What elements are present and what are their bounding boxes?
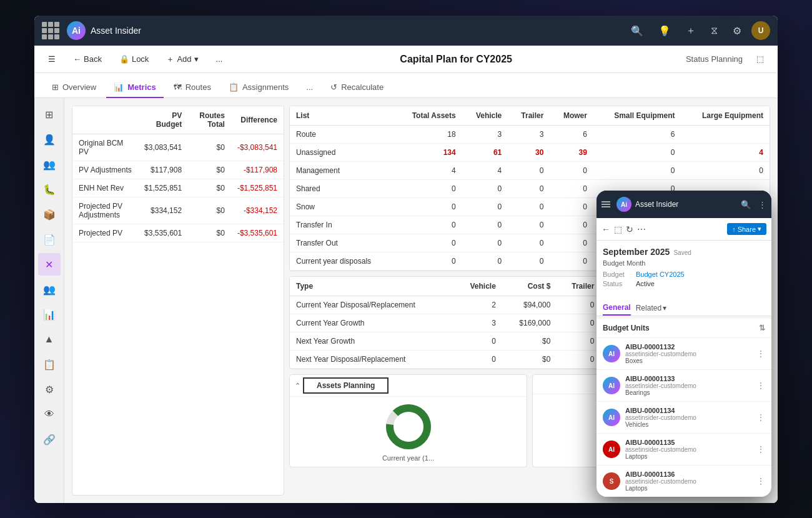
sidebar-icon-home[interactable]: ⊞ bbox=[38, 103, 61, 126]
sidebar-icon-gear[interactable]: ⚙ bbox=[38, 378, 61, 401]
item-avatar: AI bbox=[603, 345, 620, 362]
mobile-budget-units-header: Budget Units ⇅ bbox=[597, 319, 771, 338]
metrics-table: PV Budget Routes Total Difference Origin… bbox=[72, 106, 284, 496]
mobile-refresh-icon[interactable]: ↻ bbox=[626, 224, 633, 234]
sidebar-icon-chart[interactable]: 📊 bbox=[38, 303, 61, 326]
sidebar-icon-bug[interactable]: 🐛 bbox=[38, 178, 61, 201]
item-more-icon[interactable]: ⋮ bbox=[756, 349, 765, 359]
tab-metrics[interactable]: 📊 Metrics bbox=[106, 77, 164, 98]
table-row: Projected PV Adjustments $334,152 $0 -$3… bbox=[72, 197, 284, 224]
hamburger-menu[interactable]: ☰ bbox=[44, 52, 59, 66]
list-item[interactable]: S AIBU-00001136 assetinsider-customdemo … bbox=[597, 466, 771, 497]
row-routes: $0 bbox=[188, 224, 231, 242]
list-item[interactable]: AI AIBU-00001135 assetinsider-customdemo… bbox=[597, 434, 771, 466]
mobile-cmd-bar: ← ⬚ ↻ ⋯ ↑ Share ▾ bbox=[597, 218, 771, 241]
assets-planning-chart-content: Current year (1... bbox=[290, 397, 527, 467]
assets-col-mower: Mower bbox=[550, 106, 593, 126]
sidebar-icon-users[interactable]: 👥 bbox=[38, 153, 61, 176]
mobile-cmd-more-icon[interactable]: ⋯ bbox=[637, 224, 646, 234]
col-header-pv-budget: PV Budget bbox=[138, 106, 188, 134]
sidebar-icon-user[interactable]: 👤 bbox=[38, 128, 61, 151]
row-label: PV Adjustments bbox=[72, 161, 138, 179]
tab-more[interactable]: ... bbox=[299, 77, 320, 98]
row-label: ENH Net Rev bbox=[72, 179, 138, 197]
row-routes: $0 bbox=[188, 197, 231, 224]
add-button[interactable]: ＋ Add ▾ bbox=[162, 51, 202, 67]
row-diff: -$3,535,601 bbox=[231, 224, 284, 242]
user-avatar[interactable]: U bbox=[751, 21, 770, 40]
item-more-icon[interactable]: ⋮ bbox=[756, 381, 765, 391]
mobile-tab-related[interactable]: Related ▾ bbox=[636, 301, 666, 316]
sidebar-icon-package[interactable]: 📦 bbox=[38, 203, 61, 226]
row-diff: -$334,152 bbox=[231, 197, 284, 224]
mobile-sort-icon[interactable]: ⇅ bbox=[759, 324, 765, 332]
item-avatar: S bbox=[603, 472, 620, 490]
app-grid-icon[interactable] bbox=[42, 22, 59, 39]
list-item[interactable]: AI AIBU-00001133 assetinsider-customdemo… bbox=[597, 370, 771, 402]
row-pv: $334,152 bbox=[138, 197, 188, 224]
sidebar-icon-link[interactable]: 🔗 bbox=[38, 428, 61, 451]
mobile-status-field: Status Active bbox=[603, 280, 765, 287]
item-avatar: AI bbox=[603, 441, 620, 458]
sidebar-icon-group[interactable]: 👥 bbox=[38, 278, 61, 301]
app-name-label: Asset Insider bbox=[91, 26, 141, 36]
item-info: AIBU-00001135 assetinsider-customdemo La… bbox=[625, 439, 751, 460]
table-row: Unassigned 134 61 30 39 0 4 bbox=[290, 144, 770, 162]
sidebar-icon-triangle[interactable]: ▲ bbox=[38, 328, 61, 351]
mobile-tab-general[interactable]: General bbox=[603, 301, 631, 316]
mobile-search-icon[interactable]: 🔍 bbox=[741, 200, 751, 209]
tab-recalculate[interactable]: ↺ Recalculate bbox=[323, 77, 391, 98]
mobile-share-button[interactable]: ↑ Share ▾ bbox=[727, 223, 766, 235]
item-info: AIBU-00001132 assetinsider-customdemo Bo… bbox=[625, 343, 751, 364]
mobile-content: ← ⬚ ↻ ⋯ ↑ Share ▾ September 2025 Saved bbox=[597, 218, 771, 497]
row-diff: -$1,525,851 bbox=[231, 179, 284, 197]
row-diff: -$3,083,541 bbox=[231, 134, 284, 161]
item-more-icon[interactable]: ⋮ bbox=[756, 444, 765, 454]
item-more-icon[interactable]: ⋮ bbox=[756, 412, 765, 422]
assets-col-vehicle: Vehicle bbox=[462, 106, 508, 126]
list-item[interactable]: AI AIBU-00001132 assetinsider-customdemo… bbox=[597, 338, 771, 370]
row-diff: -$117,908 bbox=[231, 161, 284, 179]
mobile-back-icon[interactable]: ← bbox=[602, 224, 610, 234]
lock-button[interactable]: 🔒 Lock bbox=[116, 52, 152, 66]
notification-icon[interactable]: 💡 bbox=[653, 22, 676, 39]
row-routes: $0 bbox=[188, 134, 231, 161]
tab-routes[interactable]: 🗺 Routes bbox=[166, 77, 219, 98]
sidebar-icon-doc[interactable]: 📄 bbox=[38, 228, 61, 251]
panel-toggle-icon[interactable]: ⬚ bbox=[753, 52, 768, 66]
mobile-status-value: Active bbox=[636, 280, 655, 287]
chart-subtitle: Current year (1... bbox=[382, 454, 434, 462]
filter-icon[interactable]: ⧖ bbox=[706, 22, 723, 39]
more-button[interactable]: ... bbox=[212, 52, 227, 66]
sidebar-icon-eye[interactable]: 👁 bbox=[38, 403, 61, 426]
add-icon[interactable]: ＋ bbox=[681, 22, 701, 40]
left-sidebar: ⊞ 👤 👥 🐛 📦 📄 ✕ 👥 📊 ▲ 📋 ⚙ 👁 🔗 bbox=[34, 98, 64, 503]
mobile-more-icon[interactable]: ⋮ bbox=[758, 200, 766, 209]
sidebar-icon-close[interactable]: ✕ bbox=[38, 253, 61, 276]
col-header-difference: Difference bbox=[231, 106, 284, 134]
status-text: Status Planning bbox=[686, 54, 743, 64]
mobile-page-icon[interactable]: ⬚ bbox=[614, 224, 622, 234]
tab-assignments[interactable]: 📋 Assignments bbox=[221, 77, 296, 98]
assets-planning-title: Assets Planning bbox=[303, 377, 389, 394]
assets-planning-chart: ⌃ Assets Planning Current year (1... bbox=[289, 374, 527, 467]
table-row: Route 18 3 3 6 6 bbox=[290, 126, 770, 144]
sidebar-icon-clipboard[interactable]: 📋 bbox=[38, 353, 61, 376]
cost-col-type: Type bbox=[290, 277, 454, 296]
table-row: Original BCM PV $3,083,541 $0 -$3,083,54… bbox=[72, 134, 284, 161]
table-row: Projected PV $3,535,601 $0 -$3,535,601 bbox=[72, 224, 284, 242]
mobile-app-logo: Ai bbox=[616, 197, 631, 212]
cost-col-vh-count: Vehicle bbox=[454, 277, 502, 296]
back-button[interactable]: ← Back bbox=[69, 52, 106, 66]
assets-col-list: List bbox=[290, 106, 395, 126]
mobile-record-subtitle: Budget Month bbox=[603, 259, 765, 267]
item-more-icon[interactable]: ⋮ bbox=[756, 476, 765, 486]
col-header-name bbox=[72, 106, 138, 134]
cost-col-tr-count: Trailer bbox=[557, 277, 600, 296]
settings-icon[interactable]: ⚙ bbox=[728, 22, 746, 39]
item-info: AIBU-00001136 assetinsider-customdemo La… bbox=[625, 471, 751, 492]
search-icon[interactable]: 🔍 bbox=[626, 22, 648, 39]
tab-overview[interactable]: ⊞ Overview bbox=[44, 77, 104, 98]
list-item[interactable]: AI AIBU-00001134 assetinsider-customdemo… bbox=[597, 402, 771, 434]
row-routes: $0 bbox=[188, 179, 231, 197]
